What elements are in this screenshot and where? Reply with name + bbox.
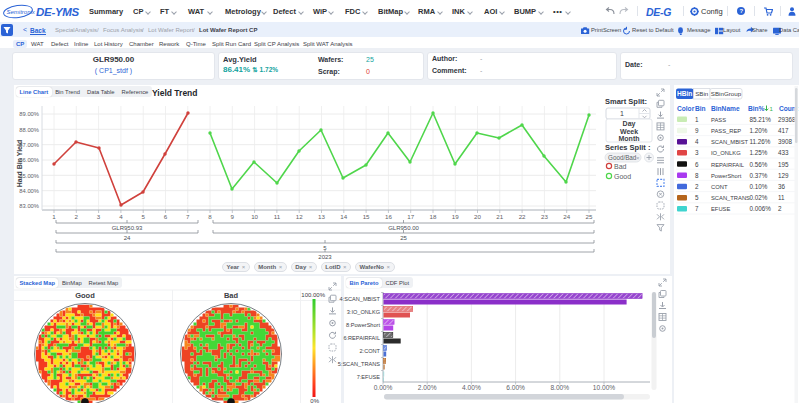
svg-text:SCAN_TRANS: SCAN_TRANS xyxy=(711,195,750,201)
svg-text:85.21%: 85.21% xyxy=(750,116,772,123)
svg-text:433: 433 xyxy=(778,149,789,156)
svg-text:16: 16 xyxy=(385,213,392,220)
svg-text:5: 5 xyxy=(141,213,145,220)
svg-text:7: 7 xyxy=(186,213,190,220)
svg-text:195: 195 xyxy=(778,161,789,168)
svg-text:0.37%: 0.37% xyxy=(750,172,768,179)
svg-text:84.00%: 84.00% xyxy=(19,188,39,194)
svg-text:Good: Good xyxy=(75,291,95,300)
svg-text:15: 15 xyxy=(363,213,370,220)
svg-text:5:SCAN_TRANS: 5:SCAN_TRANS xyxy=(338,361,381,367)
svg-text:11: 11 xyxy=(778,194,785,201)
svg-text:6: 6 xyxy=(164,213,168,220)
svg-text:0.006%: 0.006% xyxy=(750,205,772,212)
svg-text:2: 2 xyxy=(778,205,782,212)
svg-text:9: 9 xyxy=(695,127,699,134)
svg-text:REPAIRFAIL: REPAIRFAIL xyxy=(711,162,745,168)
svg-text:3908: 3908 xyxy=(778,138,793,145)
svg-text:20: 20 xyxy=(474,213,481,220)
svg-text:Bad: Bad xyxy=(224,291,239,300)
svg-text:0.02%: 0.02% xyxy=(750,194,768,201)
svg-text:1: 1 xyxy=(52,213,56,220)
svg-text:3: 3 xyxy=(97,213,101,220)
svg-text:129: 129 xyxy=(778,172,789,179)
svg-text:0%: 0% xyxy=(310,398,319,403)
svg-text:1: 1 xyxy=(695,116,699,123)
svg-text:PowerShort: PowerShort xyxy=(711,173,742,179)
svg-text:21: 21 xyxy=(496,213,503,220)
svg-text:6: 6 xyxy=(695,161,699,168)
svg-text:2: 2 xyxy=(75,213,79,220)
svg-text:Good/Bad: Good/Bad xyxy=(608,154,637,161)
svg-text:Bin: Bin xyxy=(695,105,706,112)
svg-text:2.00%: 2.00% xyxy=(418,384,437,391)
svg-text:417: 417 xyxy=(778,127,789,134)
svg-text:SBinGroup: SBinGroup xyxy=(711,90,742,97)
svg-text:Week: Week xyxy=(620,128,638,135)
svg-text:6.00%: 6.00% xyxy=(506,384,525,391)
svg-text:5: 5 xyxy=(695,194,699,201)
svg-text:4: 4 xyxy=(119,213,123,220)
svg-text:3: 3 xyxy=(695,149,699,156)
svg-text:4.00%: 4.00% xyxy=(462,384,481,391)
svg-text:17: 17 xyxy=(407,213,414,220)
svg-text:7: 7 xyxy=(695,205,699,212)
svg-text:11.26%: 11.26% xyxy=(750,138,771,145)
svg-text:89.00%: 89.00% xyxy=(19,111,39,117)
svg-text:11: 11 xyxy=(274,213,281,220)
svg-text:10: 10 xyxy=(251,213,258,220)
svg-text:Smart Split:: Smart Split: xyxy=(605,97,647,106)
svg-text:PASS_REP: PASS_REP xyxy=(711,128,741,134)
svg-text:Bad: Bad xyxy=(614,163,627,170)
svg-text:HBin: HBin xyxy=(677,90,692,97)
svg-text:2: 2 xyxy=(695,183,699,190)
svg-text:25: 25 xyxy=(586,213,593,220)
svg-text:1: 1 xyxy=(770,106,774,112)
svg-text:1.20%: 1.20% xyxy=(750,127,768,134)
svg-text:Month: Month xyxy=(619,135,640,142)
svg-text:0.56%: 0.56% xyxy=(750,161,768,168)
svg-text:7:EFUSE: 7:EFUSE xyxy=(357,374,381,380)
svg-text:18: 18 xyxy=(430,213,437,220)
svg-text:24: 24 xyxy=(563,213,570,220)
svg-text:SCAN_MBIST: SCAN_MBIST xyxy=(711,139,749,145)
svg-text:IO_ONLKG: IO_ONLKG xyxy=(711,150,741,156)
svg-text:PASS: PASS xyxy=(711,117,726,123)
svg-text:9: 9 xyxy=(231,213,235,220)
svg-text:8:PowerShort: 8:PowerShort xyxy=(346,322,380,328)
svg-text:8: 8 xyxy=(695,172,699,179)
svg-text:6:REPAIRFAIL: 6:REPAIRFAIL xyxy=(343,335,380,341)
svg-text:4:SCAN_MBIST: 4:SCAN_MBIST xyxy=(340,296,381,302)
svg-text:0.10%: 0.10% xyxy=(750,183,768,190)
svg-text:0.00%: 0.00% xyxy=(374,384,393,391)
svg-text:2023: 2023 xyxy=(318,254,332,260)
svg-text:EFUSE: EFUSE xyxy=(711,206,730,212)
svg-text:Color: Color xyxy=(677,105,695,112)
svg-text:1.25%: 1.25% xyxy=(750,149,768,156)
svg-text:Hard Bin Yield: Hard Bin Yield xyxy=(16,140,23,187)
svg-text:SBin: SBin xyxy=(695,90,709,97)
svg-text:Series Split :: Series Split : xyxy=(605,143,650,152)
svg-text:29368: 29368 xyxy=(778,116,796,123)
svg-text:Bin%: Bin% xyxy=(748,105,765,112)
svg-text:8: 8 xyxy=(208,213,212,220)
svg-text:100.00%: 100.00% xyxy=(301,292,325,298)
svg-text:13: 13 xyxy=(318,213,325,220)
svg-text:×: × xyxy=(636,155,640,161)
svg-text:25: 25 xyxy=(400,235,407,241)
svg-text:10.00%: 10.00% xyxy=(593,384,616,391)
svg-text:3:IO_ONLKG: 3:IO_ONLKG xyxy=(347,309,380,315)
svg-text:BinName: BinName xyxy=(711,105,740,112)
svg-text:8.00%: 8.00% xyxy=(550,384,569,391)
svg-text:CONT: CONT xyxy=(711,184,728,190)
svg-text:19: 19 xyxy=(452,213,459,220)
svg-text:36: 36 xyxy=(778,183,786,190)
svg-text:83.00%: 83.00% xyxy=(19,203,39,209)
svg-text:88.00%: 88.00% xyxy=(19,127,39,133)
svg-text:Good: Good xyxy=(614,173,631,180)
svg-text:23: 23 xyxy=(541,213,548,220)
svg-text:14: 14 xyxy=(340,213,347,220)
svg-text:12: 12 xyxy=(296,213,303,220)
svg-text:24: 24 xyxy=(124,235,131,241)
svg-text:1: 1 xyxy=(620,110,624,117)
